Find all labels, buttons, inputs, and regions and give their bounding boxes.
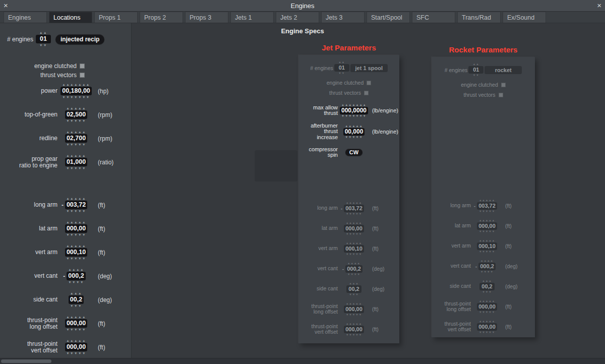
spinner-up-arrows[interactable]: ▲▲▲ xyxy=(346,282,361,285)
engine-clutched-checkbox[interactable] xyxy=(501,83,506,87)
engine-type-dropdown[interactable]: injected recip xyxy=(55,34,104,44)
spinner-down-arrows[interactable]: ▼▼▼▼▼ xyxy=(344,314,364,316)
value-field[interactable]: 000,10 xyxy=(65,248,87,257)
tab-ex-sound[interactable]: Ex/Sound xyxy=(503,12,546,23)
value-field[interactable]: 00,2 xyxy=(346,285,361,293)
spinner-up-arrows[interactable]: ▲▲▲▲▲ xyxy=(477,239,497,242)
spinner-up-arrows[interactable]: ▲▲▲ xyxy=(69,292,84,295)
spinner-down-arrows[interactable]: ▼▼▼▼▼ xyxy=(477,331,497,334)
spinner-up-arrows[interactable]: ▲▲▲▲▲ xyxy=(65,154,87,157)
tab-jets-2[interactable]: Jets 2 xyxy=(276,12,319,23)
tab-locations[interactable]: Locations xyxy=(49,12,92,23)
value-field[interactable]: 000,2 xyxy=(67,272,85,280)
value-field[interactable]: 01 xyxy=(468,66,483,74)
tab-jets-3[interactable]: Jets 3 xyxy=(321,12,365,23)
value-field[interactable]: 000,10 xyxy=(344,245,364,253)
spinner-down-arrows[interactable]: ▼▼▼▼▼ xyxy=(65,143,87,146)
tab-sfc[interactable]: SFC xyxy=(412,12,455,23)
spinner-up-arrows[interactable]: ▲▲▲▲▲ xyxy=(344,222,364,224)
spinner-up-arrows[interactable]: ▲▲▲ xyxy=(479,280,495,282)
value-field[interactable]: 000,2 xyxy=(345,265,362,273)
spinner-down-arrows[interactable]: ▼▼▼▼▼ xyxy=(477,251,497,253)
spinner-up-arrows[interactable]: ▲▲▲▲▲ xyxy=(344,242,364,245)
spinner-down-arrows[interactable]: ▼▼▼▼▼ xyxy=(65,257,87,260)
spinner-up-arrows[interactable]: ▲▲▲▲▲ xyxy=(65,245,87,248)
value-field[interactable]: 000,00 xyxy=(344,225,364,232)
value-field[interactable]: 00,2 xyxy=(69,295,84,304)
tab-engines[interactable]: Engines xyxy=(4,12,47,23)
spinner-down-arrows[interactable]: ▼▼▼▼▼ xyxy=(65,167,87,170)
value-field[interactable]: 01,000 xyxy=(65,158,87,166)
spinner-down-arrows[interactable]: ▼▼ xyxy=(36,44,51,47)
close-icon[interactable]: × xyxy=(597,0,601,11)
spinner-up-arrows[interactable]: ▲▲▲▲▲ xyxy=(65,221,87,224)
spinner-down-arrows[interactable]: ▼▼▼▼▼ xyxy=(65,233,87,236)
value-field[interactable]: 00,2 xyxy=(479,283,495,290)
spinner-up-arrows[interactable]: ▲▲▲▲▲ xyxy=(65,197,87,200)
spinner-down-arrows[interactable]: ▼▼▼▼▼ xyxy=(477,311,497,314)
tab-start-spool[interactable]: Start/Spool xyxy=(367,12,410,23)
value-field[interactable]: 000,00 xyxy=(344,306,364,313)
spinner-down-arrows[interactable]: ▼▼▼▼▼ xyxy=(477,230,497,233)
thrust-vectors-checkbox[interactable] xyxy=(499,93,503,97)
engine-clutched-checkbox[interactable] xyxy=(80,64,85,69)
value-field[interactable]: 01 xyxy=(334,64,349,72)
spinner-down-arrows[interactable]: ▼▼▼▼▼ xyxy=(344,213,364,215)
engine-type-dropdown[interactable]: rocket xyxy=(485,66,522,74)
value-field[interactable]: 000,10 xyxy=(477,242,497,250)
spinner-up-arrows[interactable]: ▲▲▲▲▲ xyxy=(477,199,497,202)
spinner-down-arrows[interactable]: ▼▼▼ xyxy=(346,293,361,296)
spinner-down-arrows[interactable]: ▼▼▼ xyxy=(479,291,495,293)
scrollbar-thumb[interactable] xyxy=(1,359,51,363)
value-field[interactable]: 000,00 xyxy=(477,323,497,331)
spinner-up-arrows[interactable]: ▲▲ xyxy=(36,31,51,34)
value-field[interactable]: 00,180,00 xyxy=(60,87,92,95)
spinner-down-arrows[interactable]: ▼▼▼▼▼ xyxy=(344,334,364,336)
value-field[interactable]: 003,72 xyxy=(344,205,364,212)
spinner-down-arrows[interactable]: ▼▼▼▼ xyxy=(345,273,362,276)
value-field[interactable]: 02,500 xyxy=(65,110,87,119)
value-field[interactable]: 000,00 xyxy=(65,343,87,351)
thrust-vectors-checkbox[interactable] xyxy=(364,91,369,95)
spinner-down-arrows[interactable]: ▼▼ xyxy=(334,72,349,75)
value-field[interactable]: 000,00 xyxy=(65,224,87,233)
spinner-up-arrows[interactable]: ▲▲▲▲▲▲▲ xyxy=(60,83,92,86)
tab-props-1[interactable]: Props 1 xyxy=(94,12,138,23)
spinner-down-arrows[interactable]: ▼▼▼▼▼ xyxy=(65,210,87,213)
spinner-up-arrows[interactable]: ▲▲▲▲▲ xyxy=(344,202,364,204)
spinner-down-arrows[interactable]: ▼▼▼▼▼ xyxy=(344,253,364,256)
spinner-up-arrows[interactable]: ▲▲▲▲▲▲▲ xyxy=(340,104,368,106)
spinner-up-arrows[interactable]: ▲▲▲▲ xyxy=(478,260,496,262)
value-field[interactable]: 02,700 xyxy=(65,134,87,143)
value-field[interactable]: 000,00 xyxy=(65,319,87,328)
close-icon[interactable]: × xyxy=(4,0,8,11)
spinner-up-arrows[interactable]: ▲▲▲▲▲ xyxy=(477,300,497,302)
spinner-up-arrows[interactable]: ▲▲▲▲▲ xyxy=(65,316,87,319)
spinner-down-arrows[interactable]: ▼▼▼▼▼ xyxy=(65,352,87,355)
spinner-down-arrows[interactable]: ▼▼▼▼▼ xyxy=(344,233,364,235)
spinner-down-arrows[interactable]: ▼▼▼▼▼▼▼ xyxy=(60,96,92,99)
value-field[interactable]: 003,72 xyxy=(65,201,87,209)
spinner-up-arrows[interactable]: ▲▲ xyxy=(468,63,483,66)
spinner-up-arrows[interactable]: ▲▲▲▲▲ xyxy=(65,131,87,134)
spinner-down-arrows[interactable]: ▼▼ xyxy=(468,74,483,77)
spinner-up-arrows[interactable]: ▲▲▲▲▲ xyxy=(65,107,87,110)
spinner-up-arrows[interactable]: ▲▲▲▲▲ xyxy=(344,323,364,325)
spinner-down-arrows[interactable]: ▼▼▼▼ xyxy=(67,281,85,284)
value-field[interactable]: 01 xyxy=(36,35,51,43)
spinner-down-arrows[interactable]: ▼▼▼▼▼ xyxy=(65,328,87,331)
tab-props-3[interactable]: Props 3 xyxy=(185,12,228,23)
value-field[interactable]: 003,72 xyxy=(477,202,497,210)
spinner-up-arrows[interactable]: ▲▲▲▲▲ xyxy=(477,320,497,323)
value-field[interactable]: 00,000 xyxy=(343,128,365,136)
spinner-up-arrows[interactable]: ▲▲▲▲▲ xyxy=(344,302,364,305)
value-field[interactable]: 000,2 xyxy=(478,263,496,270)
spinner-down-arrows[interactable]: ▼▼▼ xyxy=(69,305,84,308)
engine-type-dropdown[interactable]: jet 1 spool xyxy=(350,64,388,72)
spinner-down-arrows[interactable]: ▼▼▼▼▼▼▼ xyxy=(340,115,368,117)
tab-trans-rad[interactable]: Trans/Rad xyxy=(457,12,501,23)
value-field[interactable]: 000,00 xyxy=(477,303,497,311)
spinner-down-arrows[interactable]: ▼▼▼▼▼ xyxy=(477,210,497,213)
spinner-down-arrows[interactable]: ▼▼▼▼ xyxy=(478,271,496,273)
spinner-up-arrows[interactable]: ▲▲▲▲▲ xyxy=(343,125,365,128)
